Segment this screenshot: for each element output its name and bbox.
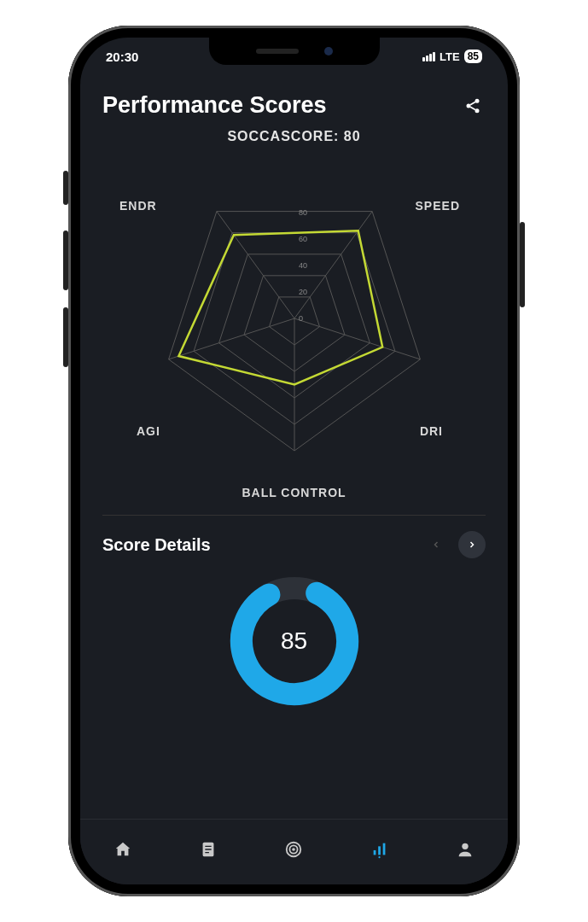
svg-text:80: 80: [299, 208, 307, 217]
prev-button[interactable]: [422, 531, 450, 558]
svg-text:20: 20: [299, 288, 307, 296]
svg-rect-20: [378, 846, 381, 855]
svg-rect-19: [373, 850, 376, 855]
tab-stats[interactable]: [363, 832, 397, 867]
svg-text:60: 60: [299, 235, 307, 243]
svg-line-4: [294, 318, 420, 359]
home-icon: [114, 840, 132, 859]
svg-point-23: [462, 843, 468, 849]
axis-label-endr: ENDR: [119, 199, 157, 213]
tab-profile[interactable]: [448, 832, 482, 867]
notch: [209, 38, 380, 65]
profile-icon: [456, 840, 474, 859]
tab-home[interactable]: [106, 832, 140, 867]
svg-point-18: [294, 849, 295, 850]
svg-point-1: [467, 103, 471, 108]
svg-text:40: 40: [299, 261, 307, 270]
svg-point-22: [378, 856, 380, 858]
svg-text:0: 0: [299, 314, 303, 323]
chevron-left-icon: [431, 540, 441, 550]
tab-notes[interactable]: [191, 832, 225, 867]
divider: [102, 515, 486, 516]
radar-chart: 020406080 SPEED DRI BALL CONTROL AGI END…: [102, 148, 486, 506]
next-button[interactable]: [458, 531, 486, 558]
screen: 20:30 LTE 85 Performance Scores: [80, 38, 508, 884]
axis-label-speed: SPEED: [416, 199, 460, 213]
share-button[interactable]: [460, 93, 486, 119]
score-ring: 85: [102, 569, 486, 714]
share-icon: [464, 97, 481, 114]
phone-frame: 20:30 LTE 85 Performance Scores: [68, 26, 520, 896]
notes-icon: [199, 840, 218, 859]
axis-label-dri: DRI: [420, 424, 443, 438]
svg-line-7: [216, 212, 294, 318]
signal-icon: [422, 52, 435, 61]
tab-bar: [80, 819, 508, 884]
score-ring-value: 85: [281, 627, 307, 655]
battery-icon: 85: [464, 50, 482, 63]
axis-label-ball: BALL CONTROL: [242, 486, 346, 499]
page-title: Performance Scores: [102, 92, 327, 119]
target-icon: [284, 840, 303, 859]
svg-rect-21: [382, 843, 385, 855]
chevron-right-icon: [467, 540, 477, 550]
status-time: 20:30: [106, 50, 138, 64]
tab-target[interactable]: [277, 832, 311, 867]
svg-point-2: [475, 108, 480, 113]
status-network: LTE: [440, 50, 460, 63]
stats-icon: [370, 840, 389, 859]
score-details-title: Score Details: [102, 535, 211, 555]
svg-point-0: [475, 98, 480, 102]
axis-label-agi: AGI: [137, 424, 160, 438]
soccascore-label: SOCCASCORE: 80: [102, 129, 486, 144]
